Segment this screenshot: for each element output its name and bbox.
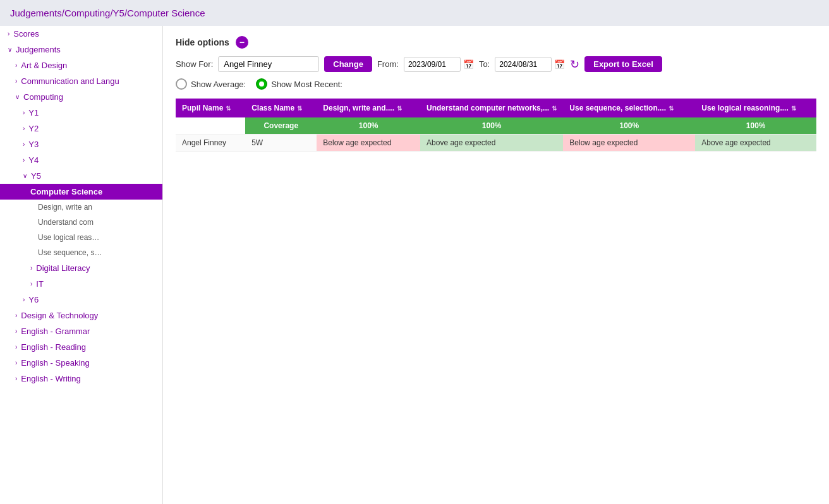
cell-0-1: 5W: [245, 135, 317, 152]
coverage-row: Coverage100%100%100%100%: [176, 117, 816, 135]
sidebar-item-comm-lang[interactable]: ›Communication and Langu: [0, 73, 162, 89]
to-date-group: 📅: [495, 57, 565, 72]
sidebar-item-english-grammar[interactable]: ›English - Grammar: [0, 323, 162, 339]
sidebar-label-it: IT: [36, 279, 44, 289]
col-header-class-name[interactable]: Class Name⇅: [245, 99, 317, 117]
table-row-0: Angel Finney5WBelow age expectedAbove ag…: [176, 135, 816, 152]
sort-icon-use-logical: ⇅: [791, 105, 796, 112]
sidebar-label-y2: Y2: [28, 124, 39, 133]
sidebar-label-computer-science: Computer Science: [30, 187, 102, 196]
sidebar-item-sub2[interactable]: Understand com: [0, 215, 162, 230]
sidebar-item-sub1[interactable]: Design, write an: [0, 200, 162, 215]
sidebar-item-computing[interactable]: ∨Computing: [0, 89, 162, 105]
sidebar-label-y6: Y6: [28, 295, 39, 304]
sidebar-item-english-writing[interactable]: ›English - Writing: [0, 371, 162, 387]
sidebar-label-sub4: Use sequence, s…: [38, 248, 102, 257]
sidebar-arrow-scores: ›: [8, 30, 9, 37]
coverage-value-1: 100%: [420, 117, 563, 135]
show-average-radio[interactable]: [176, 78, 187, 90]
sidebar-item-art-design[interactable]: ›Art & Design: [0, 57, 162, 73]
sort-icon-pupil-name: ⇅: [226, 105, 231, 112]
to-date-input[interactable]: [495, 57, 552, 72]
sidebar-item-y2[interactable]: ›Y2: [0, 121, 162, 136]
sidebar-arrow-comm-lang: ›: [15, 78, 17, 85]
sidebar-label-design-tech: Design & Technology: [21, 311, 98, 320]
options-bar: Hide options −: [176, 36, 816, 49]
sidebar-label-scores: Scores: [13, 29, 39, 39]
show-most-recent-label: Show Most Recent:: [271, 80, 342, 89]
from-calendar-icon[interactable]: 📅: [463, 59, 474, 69]
sort-icon-design-write: ⇅: [397, 105, 402, 112]
cell-0-5: Above age expected: [695, 135, 816, 152]
sidebar: ›Scores∨Judgements›Art & Design›Communic…: [0, 26, 163, 504]
sidebar-item-y6[interactable]: ›Y6: [0, 292, 162, 308]
sidebar-arrow-design-tech: ›: [15, 312, 17, 319]
cell-0-0: Angel Finney: [176, 135, 245, 152]
sidebar-arrow-y5: ∨: [23, 172, 27, 179]
sidebar-arrow-y6: ›: [23, 296, 25, 303]
sidebar-item-design-tech[interactable]: ›Design & Technology: [0, 308, 162, 323]
sidebar-item-computer-science[interactable]: Computer Science: [0, 184, 162, 200]
sidebar-arrow-y2: ›: [23, 125, 25, 132]
coverage-label: Coverage: [245, 117, 317, 135]
sidebar-label-y4: Y4: [28, 155, 39, 165]
show-for-input[interactable]: [218, 56, 319, 72]
export-button[interactable]: Export to Excel: [584, 56, 662, 72]
sidebar-label-y1: Y1: [28, 108, 39, 117]
sidebar-label-art-design: Art & Design: [21, 61, 67, 70]
show-for-label: Show For:: [176, 59, 213, 69]
sidebar-item-sub3[interactable]: Use logical reas…: [0, 230, 162, 245]
app-container: Judgements/Computing/Y5/Computer Science…: [0, 0, 829, 504]
show-average-group: Show Average:: [176, 78, 246, 90]
sidebar-label-english-speaking: English - Speaking: [21, 358, 89, 368]
sidebar-item-y4[interactable]: ›Y4: [0, 152, 162, 168]
coverage-value-0: 100%: [317, 117, 420, 135]
sidebar-arrow-y4: ›: [23, 157, 25, 164]
sidebar-label-computing: Computing: [23, 92, 63, 102]
sidebar-item-digital-literacy[interactable]: ›Digital Literacy: [0, 260, 162, 276]
refresh-button[interactable]: ↻: [570, 57, 579, 71]
sort-icon-use-sequence: ⇅: [669, 105, 674, 112]
from-date-group: 📅: [404, 57, 474, 72]
col-header-understand-networks[interactable]: Understand computer networks,...⇅: [420, 99, 563, 117]
cell-0-3: Above age expected: [420, 135, 563, 152]
sidebar-arrow-computing: ∨: [15, 93, 20, 100]
sidebar-label-judgements: Judgements: [16, 45, 61, 54]
sidebar-label-sub1: Design, write an: [38, 203, 92, 212]
sidebar-item-judgements[interactable]: ∨Judgements: [0, 42, 162, 57]
to-label: To:: [479, 59, 490, 69]
coverage-value-3: 100%: [695, 117, 816, 135]
main-area: ›Scores∨Judgements›Art & Design›Communic…: [0, 26, 829, 504]
sidebar-item-sub4[interactable]: Use sequence, s…: [0, 245, 162, 260]
sidebar-arrow-english-speaking: ›: [15, 359, 17, 366]
sidebar-item-y1[interactable]: ›Y1: [0, 105, 162, 121]
sidebar-label-english-writing: English - Writing: [21, 374, 80, 383]
col-header-design-write[interactable]: Design, write and....⇅: [317, 99, 420, 117]
hide-options-button[interactable]: −: [236, 36, 248, 49]
sidebar-label-english-grammar: English - Grammar: [21, 327, 90, 336]
from-date-input[interactable]: [404, 57, 461, 72]
sidebar-item-y5[interactable]: ∨Y5: [0, 168, 162, 184]
sort-icon-class-name: ⇅: [297, 105, 302, 112]
sidebar-item-english-speaking[interactable]: ›English - Speaking: [0, 355, 162, 371]
to-calendar-icon[interactable]: 📅: [554, 59, 565, 69]
cell-0-4: Below age expected: [563, 135, 695, 152]
sidebar-item-english-reading[interactable]: ›English - Reading: [0, 339, 162, 355]
sort-icon-understand-networks: ⇅: [552, 105, 557, 112]
show-most-recent-radio[interactable]: [256, 78, 267, 90]
sidebar-arrow-english-writing: ›: [15, 375, 17, 382]
from-label: From:: [377, 59, 399, 69]
col-header-use-sequence[interactable]: Use sequence, selection....⇅: [563, 99, 695, 117]
change-button[interactable]: Change: [324, 56, 372, 72]
toggle-row: Show Average: Show Most Recent:: [176, 78, 816, 90]
sidebar-item-scores[interactable]: ›Scores: [0, 26, 162, 42]
col-header-use-logical[interactable]: Use logical reasoning....⇅: [695, 99, 816, 117]
col-header-pupil-name[interactable]: Pupil Name⇅: [176, 99, 245, 117]
sidebar-label-sub3: Use logical reas…: [38, 233, 99, 242]
sidebar-item-y3[interactable]: ›Y3: [0, 136, 162, 152]
sidebar-arrow-y3: ›: [23, 141, 25, 148]
sidebar-label-comm-lang: Communication and Langu: [21, 76, 119, 86]
show-most-recent-group: Show Most Recent:: [256, 78, 342, 90]
sidebar-item-it[interactable]: ›IT: [0, 276, 162, 292]
sidebar-label-sub2: Understand com: [38, 218, 94, 227]
